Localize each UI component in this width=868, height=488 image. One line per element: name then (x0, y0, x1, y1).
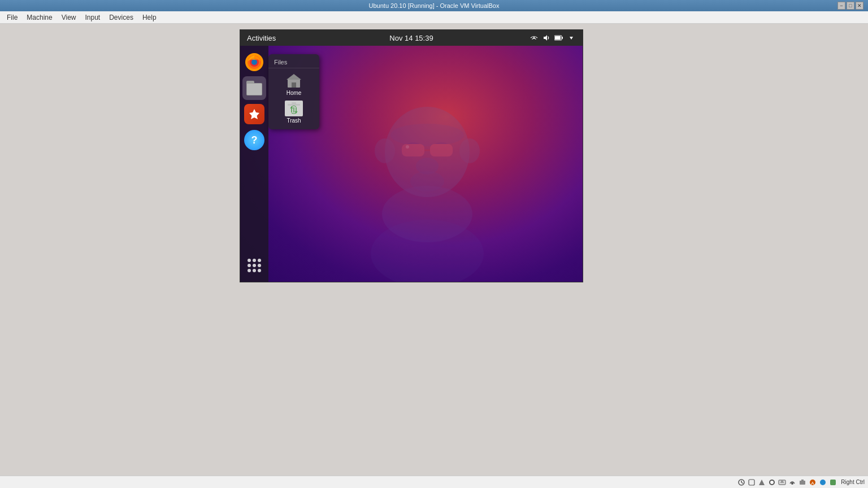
menu-file[interactable]: File (2, 12, 22, 23)
dock-appstore[interactable] (242, 102, 266, 126)
svg-marker-1 (544, 35, 547, 41)
svg-rect-11 (430, 144, 453, 156)
svg-rect-32 (292, 102, 296, 104)
taskbar-icon-2[interactable] (747, 478, 756, 487)
taskbar-icon-4[interactable] (767, 478, 776, 487)
volume-icon[interactable] (542, 33, 551, 42)
svg-rect-29 (292, 82, 296, 88)
svg-point-15 (375, 138, 395, 163)
menu-input[interactable]: Input (81, 12, 105, 23)
svg-point-23 (251, 59, 257, 65)
svg-rect-26 (247, 84, 262, 95)
menu-help[interactable]: Help (138, 12, 161, 23)
main-area: Activities Nov 14 15:39 (0, 24, 868, 476)
svg-point-48 (820, 480, 826, 485)
taskbar-icon-7[interactable] (798, 478, 807, 487)
files-popup-trash[interactable]: Trash (271, 98, 317, 126)
dock-show-apps[interactable] (242, 254, 266, 277)
virtualbox-menubar: File Machine View Input Devices Help (0, 11, 868, 24)
dock-files[interactable] (242, 76, 266, 100)
ubuntu-dock: ? (240, 46, 268, 282)
menu-machine[interactable]: Machine (22, 12, 57, 23)
ubuntu-topbar: Activities Nov 14 15:39 (240, 30, 583, 46)
ubuntu-desktop[interactable]: ? Files (240, 46, 583, 282)
files-popup-header: Files (268, 58, 319, 68)
close-button[interactable]: ✕ (856, 2, 863, 10)
svg-point-19 (406, 145, 409, 149)
network-icon[interactable] (530, 33, 539, 42)
taskbar-icon-9[interactable] (818, 478, 827, 487)
files-popup-home[interactable]: Home (271, 71, 317, 98)
systray (530, 33, 576, 42)
svg-rect-3 (562, 37, 563, 39)
svg-rect-44 (800, 481, 805, 485)
svg-rect-4 (555, 36, 561, 40)
home-icon (285, 73, 303, 89)
menu-devices[interactable]: Devices (105, 12, 138, 23)
gorilla-wallpaper (348, 90, 506, 282)
svg-rect-31 (288, 104, 300, 106)
svg-rect-36 (749, 480, 754, 485)
help-icon-bg: ? (244, 130, 264, 150)
ubuntu-clock: Nov 14 15:39 (389, 34, 433, 42)
activities-button[interactable]: Activities (247, 34, 276, 42)
svg-marker-28 (287, 74, 301, 80)
trash-label: Trash (287, 117, 301, 124)
window-controls: − □ ✕ (837, 2, 863, 10)
window-title: Ubuntu 20.10 [Running] - Oracle VM Virtu… (369, 2, 500, 9)
settings-dropdown-icon[interactable] (567, 33, 576, 42)
vbox-taskbar: A Right Ctrl (0, 476, 868, 488)
ubuntu-vm-window[interactable]: Activities Nov 14 15:39 (240, 29, 583, 282)
svg-point-39 (770, 481, 774, 484)
taskbar-icon-5[interactable] (778, 478, 787, 487)
svg-marker-37 (759, 480, 765, 485)
svg-marker-5 (570, 37, 573, 40)
files-popup[interactable]: Files Home (268, 54, 319, 129)
svg-point-18 (371, 220, 484, 282)
dock-firefox[interactable] (242, 50, 266, 74)
taskbar-icon-3[interactable] (757, 478, 766, 487)
svg-line-35 (741, 482, 743, 483)
appstore-icon-bg (244, 104, 264, 124)
maximize-button[interactable]: □ (847, 2, 854, 10)
svg-rect-49 (830, 480, 836, 485)
minimize-button[interactable]: − (837, 2, 845, 10)
battery-icon[interactable] (554, 33, 563, 42)
right-ctrl-label: Right Ctrl (841, 479, 865, 485)
taskbar-icon-6[interactable] (788, 478, 797, 487)
menu-view[interactable]: View (57, 12, 81, 23)
dock-help[interactable]: ? (242, 128, 266, 152)
virtualbox-titlebar: Ubuntu 20.10 [Running] - Oracle VM Virtu… (0, 0, 868, 11)
svg-rect-45 (801, 480, 804, 481)
taskbar-icon-1[interactable] (737, 478, 746, 487)
taskbar-icon-10[interactable] (828, 478, 837, 487)
svg-rect-10 (402, 144, 424, 156)
svg-text:A: A (811, 481, 815, 486)
taskbar-icon-8[interactable]: A (808, 478, 817, 487)
trash-icon (285, 101, 303, 116)
apps-grid-icon (248, 259, 261, 272)
svg-point-16 (459, 138, 480, 163)
home-label: Home (287, 90, 302, 96)
svg-point-43 (791, 482, 793, 485)
svg-point-7 (390, 124, 464, 146)
